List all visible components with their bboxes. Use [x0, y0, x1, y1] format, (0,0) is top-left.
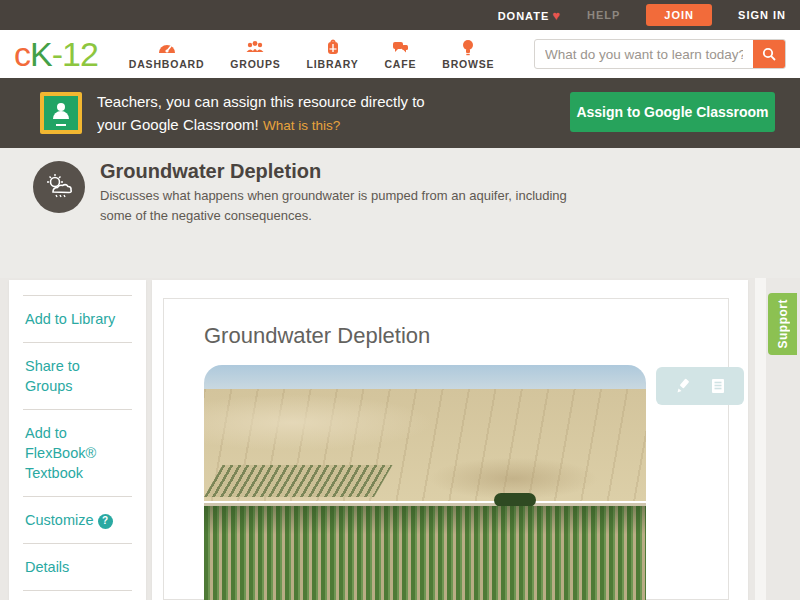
nav-item-dashboard[interactable]: DASHBOARD: [129, 38, 204, 70]
sidebar-item-details[interactable]: Details: [23, 543, 132, 590]
nav-item-library[interactable]: LIBRARY: [307, 38, 359, 70]
ck12-resource-page: DONATE♥ HELP JOIN SIGN IN cK-12 DASHBOAR…: [0, 0, 800, 600]
help-question-icon[interactable]: ?: [98, 514, 113, 529]
lesson-image: [204, 365, 646, 600]
lesson-panel: Groundwater Depletion: [152, 280, 748, 600]
signin-button[interactable]: SIGN IN: [738, 9, 786, 21]
what-is-this-link[interactable]: What is this?: [263, 118, 340, 133]
join-button[interactable]: JOIN: [646, 4, 712, 26]
dashboard-gauge-icon: [157, 38, 177, 56]
lesson-card: Groundwater Depletion: [163, 298, 729, 600]
heart-icon: ♥: [552, 8, 561, 23]
search-icon: [761, 46, 777, 62]
sidebar-item-share-to-groups[interactable]: Share to Groups: [23, 342, 132, 409]
pencil-icon: [673, 377, 691, 395]
sidebar-item-add-to-flexbook[interactable]: Add to FlexBook® Textbook: [23, 409, 132, 496]
notes-button[interactable]: [707, 375, 729, 397]
help-link[interactable]: HELP: [587, 9, 620, 21]
search-box: [534, 39, 786, 69]
lesson-heading: Groundwater Depletion: [204, 323, 430, 349]
banner-message: Teachers, you can assign this resource d…: [97, 90, 425, 137]
support-tab[interactable]: Support: [768, 293, 797, 355]
main-navbar: cK-12 DASHBOARD GROUPS: [0, 30, 800, 78]
library-backpack-icon: [323, 38, 343, 56]
weather-sun-rain-icon: [33, 161, 85, 213]
google-classroom-banner: Teachers, you can assign this resource d…: [0, 78, 800, 148]
resource-description: Discusses what happens when groundwater …: [100, 186, 578, 226]
sidebar-item-add-to-library[interactable]: Add to Library: [23, 295, 132, 342]
highlighter-button[interactable]: [671, 375, 693, 397]
content-area: Add to Library Share to Groups Add to Fl…: [0, 278, 800, 600]
scrollbar-track[interactable]: [755, 278, 766, 600]
cafe-chat-icon: [390, 38, 410, 56]
browse-lightbulb-icon: [458, 38, 478, 56]
groups-people-icon: [245, 38, 265, 56]
nav-item-browse[interactable]: BROWSE: [442, 38, 494, 70]
top-utility-bar: DONATE♥ HELP JOIN SIGN IN: [0, 0, 800, 30]
nav-item-cafe[interactable]: CAFE: [384, 38, 416, 70]
google-classroom-icon: [40, 92, 82, 134]
annotation-toolbar: [656, 367, 744, 405]
donate-link[interactable]: DONATE♥: [498, 8, 561, 23]
sidebar-item-resources[interactable]: Resources: [23, 590, 132, 600]
action-sidebar: Add to Library Share to Groups Add to Fl…: [9, 280, 146, 600]
note-icon: [709, 377, 727, 395]
search-button[interactable]: [753, 40, 785, 68]
nav-item-groups[interactable]: GROUPS: [230, 38, 280, 70]
search-input[interactable]: [535, 40, 753, 68]
resource-title: Groundwater Depletion: [100, 160, 321, 183]
resource-header: Groundwater Depletion Discusses what hap…: [0, 148, 800, 278]
ck12-logo[interactable]: cK-12: [14, 35, 98, 74]
assign-to-google-classroom-button[interactable]: Assign to Google Classroom: [570, 92, 775, 132]
sidebar-item-customize[interactable]: Customize?: [23, 496, 132, 543]
